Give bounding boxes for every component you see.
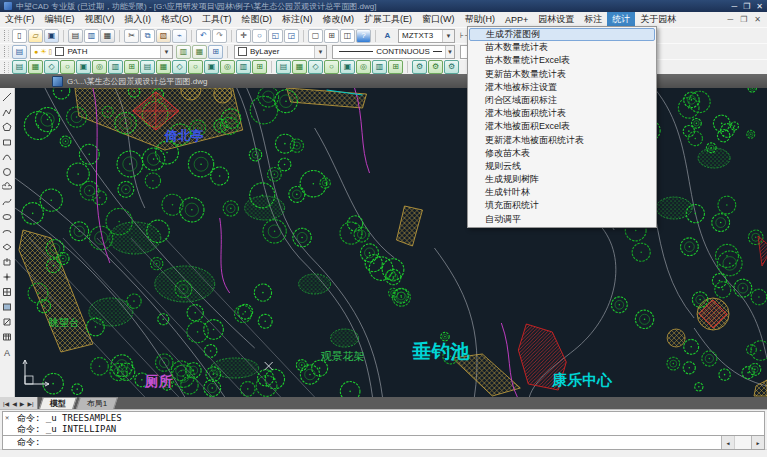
command-input-row[interactable]: 命令: ◀ ▶ [2,436,765,450]
open-folder-icon[interactable]: ▱ [28,29,43,43]
garden-export-icon[interactable]: ▥ [372,60,387,74]
toolbar-grip[interactable] [4,30,9,41]
garden-tree-array-icon[interactable]: ▣ [204,60,219,74]
color-combo[interactable]: ByLayer ▼ [234,45,327,59]
tab-model[interactable]: 模型 [39,397,77,409]
cut-icon[interactable]: ✂ [124,29,139,43]
menu-item-窗口W[interactable]: 窗口(W) [417,12,460,27]
ellipse-icon[interactable] [0,210,14,224]
match-properties-icon[interactable]: ⌁ [172,29,187,43]
scroll-track[interactable] [734,436,751,449]
garden-legend-icon[interactable]: ▤ [12,60,27,74]
toolbar-grip[interactable] [4,62,9,73]
make-block-icon[interactable] [0,255,14,269]
menu-item-扩展工具E[interactable]: 扩展工具(E) [359,12,417,27]
dropdown-item-灌木地被标注设置[interactable]: 灌木地被标注设置 [469,81,655,94]
menu-item-统计[interactable]: 统计 [607,12,635,27]
revision-cloud-icon[interactable] [0,180,14,194]
command-history[interactable]: ✕ 命令: _u TREESAMPLES命令: _u INTELLIPAN [2,411,765,436]
garden-search-icon[interactable]: ○ [324,60,339,74]
dropdown-item-生成乔灌图例[interactable]: 生成乔灌图例 [469,28,655,41]
linetype-combo[interactable]: CONTINUOUS ▼ [332,45,455,59]
menu-item-工具T[interactable]: 工具(T) [197,12,237,27]
rectangle-icon[interactable] [0,135,14,149]
tab-nav-first-icon[interactable]: |◀ [2,400,10,407]
dropdown-item-更新苗木数量统计表[interactable]: 更新苗木数量统计表 [469,68,655,81]
dropdown-item-更新灌木地被面积统计表[interactable]: 更新灌木地被面积统计表 [469,134,655,147]
toolbar-grip[interactable] [4,46,9,57]
viewport-single-icon[interactable]: ▢ [308,29,323,43]
copy-icon[interactable]: ⧉ [140,29,155,43]
dropdown-item-灌木地被面积统计表[interactable]: 灌木地被面积统计表 [469,107,655,120]
zoom-realtime-icon[interactable]: ○ [252,29,267,43]
garden-pick-icon[interactable]: ▤ [276,60,291,74]
menu-item-标注N[interactable]: 标注(N) [277,12,318,27]
polygon-icon[interactable] [0,120,14,134]
dropdown-item-生成针叶林[interactable]: 生成针叶林 [469,186,655,199]
layer-manager-icon[interactable]: ▤ [12,45,27,59]
paste-icon[interactable]: ▧ [156,29,171,43]
menu-item-绘图D[interactable]: 绘图(D) [237,12,278,27]
close-button[interactable]: ✕ [756,2,763,11]
garden-box-icon[interactable]: ⊞ [388,60,403,74]
minimize-button[interactable]: ─ [731,2,737,11]
garden-update-icon[interactable]: ▣ [76,60,91,74]
tab-nav-last-icon[interactable]: ▶| [26,400,34,407]
doc-restore-button[interactable]: ❐ [740,15,747,24]
dropdown-item-生成规则树阵[interactable]: 生成规则树阵 [469,173,655,186]
scroll-right-icon[interactable]: ▶ [751,436,764,449]
tab-layout1[interactable]: 布局1 [76,397,118,409]
publish-icon[interactable]: ▦ [100,29,115,43]
menu-item-园林设置[interactable]: 园林设置 [533,12,579,27]
chevron-down-icon[interactable]: ▼ [445,46,454,58]
redo-icon[interactable]: ↷ [212,29,227,43]
menu-item-编辑E[interactable]: 编辑(E) [40,12,80,27]
text-style-combo[interactable]: MZTXT3 ▼ [398,29,455,43]
about-gear-icon[interactable]: ⚙ [444,60,459,74]
dropdown-item-填充面积统计[interactable]: 填充面积统计 [469,199,655,212]
hatch-icon[interactable] [0,285,14,299]
chevron-down-icon[interactable]: ▼ [160,46,172,58]
menu-item-视图V[interactable]: 视图(V) [80,12,120,27]
layer-previous-icon[interactable]: ▥ [176,45,191,59]
chevron-down-icon[interactable]: ▼ [442,30,454,42]
gradient-icon[interactable] [0,300,14,314]
mtext-icon[interactable]: A [0,345,14,359]
dropdown-item-苗木数量统计表[interactable]: 苗木数量统计表 [469,41,655,54]
chevron-down-icon[interactable]: ▼ [314,46,326,58]
garden-edit-icon[interactable]: ◇ [172,60,187,74]
garden-shrub-label-icon[interactable]: ◎ [92,60,107,74]
print-preview-icon[interactable]: ▥ [84,29,99,43]
garden-area-label-icon[interactable]: ▥ [108,60,123,74]
tab-nav-next-icon[interactable]: ▶ [19,400,26,407]
garden-clock-icon[interactable]: ▣ [340,60,355,74]
viewport-join-icon[interactable]: ◫ [340,29,355,43]
viewport-multi-icon[interactable]: ⊞ [324,29,339,43]
dropdown-item-苗木数量统计Excel表[interactable]: 苗木数量统计Excel表 [469,54,655,67]
print-icon[interactable]: ▤ [68,29,83,43]
region-icon[interactable] [0,315,14,329]
pan-icon[interactable]: ✛ [236,29,251,43]
garden-update-area-icon[interactable]: ▦ [156,60,171,74]
menu-item-插入I[interactable]: 插入(I) [120,12,157,27]
zoom-previous-icon[interactable]: ◲ [284,29,299,43]
menu-item-格式O[interactable]: 格式(O) [156,12,197,27]
dropdown-item-自动调平[interactable]: 自动调平 [469,213,655,226]
garden-area-table-icon[interactable]: ⊞ [124,60,139,74]
garden-refresh-icon[interactable]: ◇ [308,60,323,74]
arc-icon[interactable] [0,150,14,164]
undo-icon[interactable]: ↶ [196,29,211,43]
scroll-left-icon[interactable]: ◀ [721,436,734,449]
line-icon[interactable] [0,90,14,104]
help-icon[interactable]: ? [356,29,371,43]
garden-pick2-icon[interactable]: ▦ [292,60,307,74]
garden-area-excel-icon[interactable]: ▤ [140,60,155,74]
layer-combo[interactable]: ● ☀ ▯ PATH ▼ [30,45,173,59]
polyline-icon[interactable] [0,105,14,119]
dropdown-item-修改苗木表[interactable]: 修改苗木表 [469,147,655,160]
garden-cloud-icon[interactable]: ○ [188,60,203,74]
close-icon[interactable]: ✕ [5,413,9,424]
garden-fill-stat-icon[interactable]: ▥ [236,60,251,74]
zoom-window-icon[interactable]: ◱ [268,29,283,43]
new-file-icon[interactable]: ▯ [12,29,27,43]
